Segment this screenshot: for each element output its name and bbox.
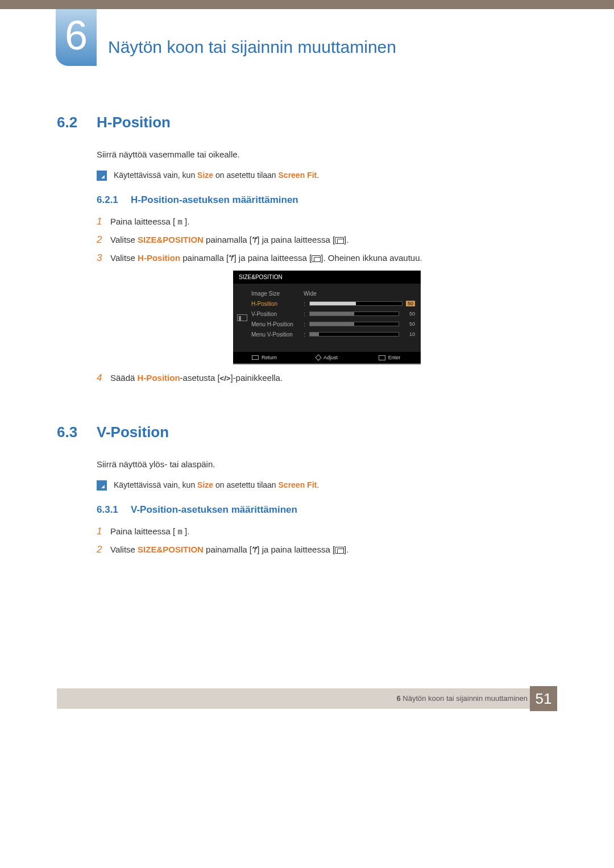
- note-icon: [97, 171, 107, 181]
- section-63-intro: Siirrä näyttöä ylös- tai alaspäin.: [97, 459, 557, 469]
- osd-row: H-Position:50: [251, 298, 415, 309]
- osd-row: Menu V-Position:10: [251, 329, 415, 339]
- osd-row-label: H-Position: [251, 301, 304, 307]
- osd-rows: Image SizeWideH-Position:50V-Position:50…: [251, 284, 421, 352]
- osd-row-value: 50: [403, 321, 415, 327]
- subsection-number: 6.3.1: [97, 504, 131, 516]
- osd-row: V-Position:50: [251, 309, 415, 319]
- note-text: Käytettävissä vain, kun Size on asetettu…: [114, 171, 319, 180]
- osd-slider: [309, 332, 399, 337]
- chapter-title: Näytön koon tai sijainnin muuttaminen: [108, 20, 614, 57]
- osd-row-value: 50: [403, 311, 415, 317]
- page-footer: 6 Näytön koon tai sijainnin muuttaminen …: [0, 686, 614, 711]
- menu-key-icon: m: [177, 218, 182, 227]
- section-title: V-Position: [97, 423, 169, 441]
- osd-row-label: Image Size: [251, 290, 304, 297]
- enter-icon: [312, 255, 321, 262]
- subsection-title: H-Position-asetuksen määrittäminen: [131, 194, 298, 206]
- osd-row-value: 50: [406, 301, 415, 306]
- subsection-621-heading: 6.2.1 H-Position-asetuksen määrittäminen: [97, 194, 557, 206]
- page-number: 51: [530, 686, 557, 711]
- osd-slider: [309, 322, 399, 326]
- up-down-icon: ˄/˅: [252, 546, 257, 554]
- enter-icon: [335, 237, 344, 244]
- osd-footer: Return Adjust Enter: [233, 352, 421, 363]
- step-631-2: 2 Valitse SIZE&POSITION painamalla [˄/˅]…: [97, 544, 557, 555]
- osd-slider: [309, 301, 403, 306]
- section-6-3-heading: 6.3 V-Position: [57, 423, 557, 441]
- osd-slider: [309, 312, 399, 316]
- osd-category-icon: [237, 314, 247, 321]
- osd-title: SIZE&POSITION: [233, 271, 421, 284]
- osd-row: Image SizeWide: [251, 288, 415, 298]
- step-621-2: 2 Valitse SIZE&POSITION painamalla [˄/˅]…: [97, 234, 557, 246]
- step-621-4: 4 Säädä H-Position-asetusta [</>]-painik…: [97, 372, 557, 384]
- enter-icon: [335, 547, 344, 554]
- note-icon: [97, 480, 107, 491]
- chapter-number-badge: 6: [56, 9, 97, 66]
- osd-adjust: Adjust: [296, 355, 358, 360]
- section-62-intro: Siirrä näyttöä vasemmalle tai oikealle.: [97, 149, 557, 159]
- menu-key-icon: m: [177, 528, 182, 537]
- enter-icon: [379, 355, 385, 360]
- step-631-1: 1 Paina laitteessa [ m ].: [97, 526, 557, 537]
- section-title: H-Position: [97, 114, 171, 131]
- top-accent-bar: [0, 0, 614, 9]
- osd-row-label: V-Position: [251, 311, 304, 317]
- section-number: 6.2: [57, 114, 97, 131]
- osd-row-label: Menu V-Position: [251, 331, 304, 338]
- osd-row-value: Wide: [304, 290, 415, 297]
- return-icon: [252, 355, 259, 360]
- osd-row-value: 10: [403, 331, 415, 337]
- note-63: Käytettävissä vain, kun Size on asetettu…: [97, 480, 557, 491]
- osd-enter: Enter: [358, 355, 421, 360]
- step-621-1: 1 Paina laitteessa [ m ].: [97, 216, 557, 227]
- osd-row: Menu H-Position:50: [251, 319, 415, 329]
- chapter-header: 6 Näytön koon tai sijainnin muuttaminen: [0, 9, 614, 91]
- subsection-number: 6.2.1: [97, 194, 131, 206]
- note-62: Käytettävissä vain, kun Size on asetettu…: [97, 171, 557, 181]
- osd-panel: SIZE&POSITION Image SizeWideH-Position:5…: [233, 271, 421, 364]
- section-6-2-heading: 6.2 H-Position: [57, 114, 557, 131]
- up-down-icon: ˄/˅: [252, 236, 257, 244]
- left-right-icon: </>: [220, 374, 231, 383]
- footer-breadcrumb: 6 Näytön koon tai sijainnin muuttaminen: [396, 694, 528, 703]
- note-text: Käytettävissä vain, kun Size on asetettu…: [114, 480, 319, 489]
- osd-return: Return: [233, 355, 296, 360]
- step-621-3: 3 Valitse H-Position painamalla [˄/˅] ja…: [97, 252, 557, 264]
- osd-row-label: Menu H-Position: [251, 321, 304, 327]
- subsection-title: V-Position-asetuksen määrittäminen: [131, 504, 297, 516]
- subsection-631-heading: 6.3.1 V-Position-asetuksen määrittäminen: [97, 504, 557, 516]
- section-number: 6.3: [57, 423, 97, 441]
- adjust-icon: [315, 354, 321, 360]
- chapter-number: 6: [56, 9, 97, 61]
